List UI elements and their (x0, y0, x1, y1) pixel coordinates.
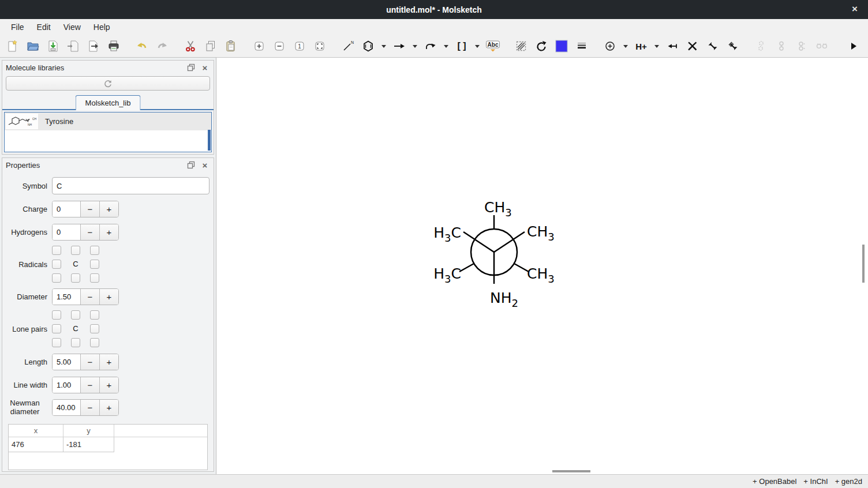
diameter-value[interactable]: 1.50 (53, 289, 80, 305)
reaction-arrow-dropdown[interactable] (410, 37, 420, 55)
canvas-vertical-scrollbar[interactable] (862, 245, 865, 283)
menu-edit[interactable]: Edit (31, 21, 57, 33)
charge-increase-button[interactable]: + (99, 201, 118, 217)
lone-pair-checkbox[interactable] (90, 310, 99, 320)
lone-pair-checkbox[interactable] (90, 324, 99, 333)
radical-checkbox[interactable] (52, 246, 61, 255)
undo-button[interactable] (133, 37, 151, 55)
mechanism-arrow-dropdown[interactable] (442, 37, 451, 55)
lone-pair-checkbox[interactable] (90, 338, 99, 347)
flip-bond-button[interactable] (704, 37, 722, 55)
ring-tool-button[interactable] (359, 37, 377, 55)
draw-bond-button[interactable]: N (339, 37, 357, 55)
column-header-y[interactable]: y (63, 425, 114, 437)
open-button[interactable] (24, 37, 42, 55)
charge-tool-button[interactable] (601, 37, 619, 55)
newman-diameter-value[interactable]: 40.00 (53, 400, 80, 415)
float-panel-button[interactable] (186, 63, 196, 72)
left-dock: Molecule libraries × Molsketch_lib CHNH … (0, 58, 216, 474)
zoom-out-icon (273, 40, 286, 52)
ring-tool-dropdown[interactable] (379, 37, 388, 55)
zoom-fit-button[interactable] (310, 37, 329, 55)
newman-diameter-decrease-button[interactable]: − (80, 400, 99, 415)
charge-tool-dropdown[interactable] (621, 37, 630, 55)
print-button[interactable] (104, 37, 123, 55)
text-tool-button[interactable]: Abc (484, 37, 502, 55)
flip-stereo-bonds-button[interactable] (724, 37, 742, 55)
lone-pair-checkbox[interactable] (52, 338, 61, 347)
line-width-value[interactable]: 1.00 (53, 377, 80, 393)
canvas-horizontal-scrollbar[interactable] (552, 470, 590, 472)
symbol-input[interactable] (52, 177, 209, 194)
bracket-tool-button[interactable]: [ ] (452, 37, 471, 55)
list-item-tyrosine[interactable]: CHNH Tyrosine (5, 112, 211, 130)
delete-tool-button[interactable] (683, 37, 702, 55)
zoom-original-button[interactable]: 1 (290, 37, 309, 55)
radical-checkbox[interactable] (71, 273, 80, 283)
library-list-scrollbar[interactable] (208, 130, 211, 151)
toolbar-extension-button[interactable] (844, 37, 863, 55)
column-header-x[interactable]: x (9, 425, 63, 437)
newman-projection-molecule[interactable]: CH3 H3C CH3 H3C CH3 NH2 (424, 196, 574, 317)
import-button[interactable] (64, 37, 83, 55)
copy-button[interactable] (201, 37, 220, 55)
hydrogens-value[interactable]: 0 (53, 224, 80, 240)
charge-decrease-button[interactable]: − (80, 201, 99, 217)
new-file-button[interactable] (3, 37, 22, 55)
rotate-tool-button[interactable] (532, 37, 551, 55)
length-value[interactable]: 5.00 (53, 354, 80, 370)
tab-molsketch-lib[interactable]: Molsketch_lib (76, 95, 141, 110)
zoom-in-icon (253, 40, 265, 52)
bracket-tool-dropdown[interactable] (473, 37, 482, 55)
chevron-down-icon (654, 45, 659, 48)
disabled-tool-3-button (792, 37, 811, 55)
window-close-button[interactable]: × (847, 2, 862, 16)
reaction-arrow-button[interactable] (390, 37, 409, 55)
save-button[interactable] (44, 37, 62, 55)
hydrogens-decrease-button[interactable]: − (80, 224, 99, 240)
lone-pair-checkbox[interactable] (52, 310, 61, 320)
refresh-libraries-button[interactable] (6, 76, 210, 91)
line-width-decrease-button[interactable]: − (80, 377, 99, 393)
coordinate-y-cell[interactable]: -181 (63, 437, 114, 452)
menu-help[interactable]: Help (87, 21, 117, 33)
float-panel-button[interactable] (186, 160, 196, 170)
close-panel-button[interactable]: × (200, 160, 210, 170)
cut-button[interactable] (181, 37, 200, 55)
length-increase-button[interactable]: + (99, 354, 118, 370)
line-width-button[interactable] (573, 37, 591, 55)
zoom-out-button[interactable] (270, 37, 289, 55)
color-picker-button[interactable] (552, 37, 571, 55)
newman-diameter-increase-button[interactable]: + (99, 400, 118, 415)
export-button[interactable] (84, 37, 103, 55)
radical-checkbox[interactable] (71, 246, 80, 255)
lone-pair-tool-button[interactable] (663, 37, 682, 55)
redo-button[interactable] (153, 37, 171, 55)
radical-checkbox[interactable] (52, 273, 61, 283)
paste-button[interactable] (222, 37, 240, 55)
charge-value[interactable]: 0 (53, 201, 80, 217)
close-panel-button[interactable]: × (200, 63, 210, 72)
diameter-increase-button[interactable]: + (99, 289, 118, 305)
selection-tool-button[interactable] (512, 37, 530, 55)
line-width-increase-button[interactable]: + (99, 377, 118, 393)
menu-file[interactable]: File (5, 21, 31, 33)
hydrogens-increase-button[interactable]: + (99, 224, 118, 240)
radical-checkbox[interactable] (90, 273, 99, 283)
radical-checkbox[interactable] (90, 246, 99, 255)
lone-pair-checkbox[interactable] (71, 338, 80, 347)
lone-pair-checkbox[interactable] (52, 324, 61, 333)
hydrogen-tool-dropdown[interactable] (652, 37, 661, 55)
drawing-canvas[interactable]: CH3 H3C CH3 H3C CH3 NH2 (216, 58, 868, 474)
diameter-decrease-button[interactable]: − (80, 289, 99, 305)
lone-pair-checkbox[interactable] (71, 310, 80, 320)
zoom-in-button[interactable] (250, 37, 268, 55)
mechanism-arrow-button[interactable] (421, 37, 440, 55)
clipboard-tool-group (181, 37, 242, 55)
hydrogen-tool-button[interactable]: H+ (632, 37, 650, 55)
menu-view[interactable]: View (57, 21, 87, 33)
radical-checkbox[interactable] (90, 260, 99, 269)
radical-checkbox[interactable] (52, 260, 61, 269)
coordinate-x-cell[interactable]: 476 (9, 437, 63, 452)
length-decrease-button[interactable]: − (80, 354, 99, 370)
